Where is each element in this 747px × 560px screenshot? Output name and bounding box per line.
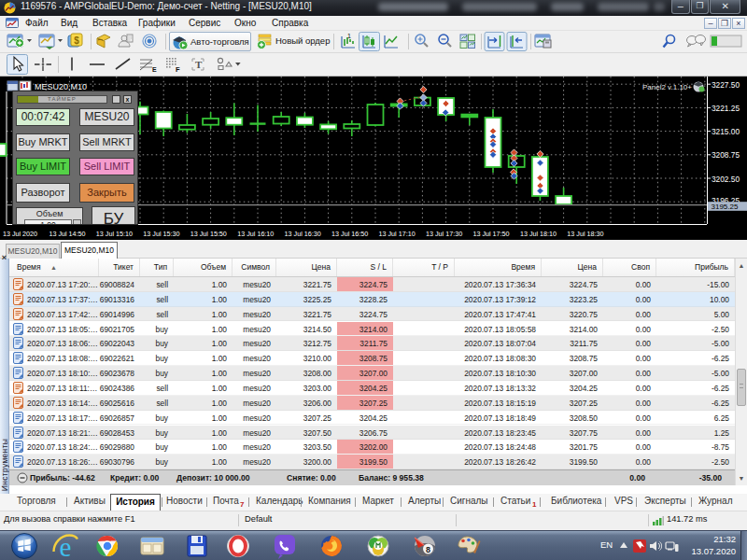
svg-text:1: 1 <box>347 33 351 39</box>
svg-text:13 Jul 15:30: 13 Jul 15:30 <box>143 230 179 238</box>
svg-text:3221.25: 3221.25 <box>712 104 740 113</box>
svg-text:13 Jul 17:50: 13 Jul 17:50 <box>472 230 509 238</box>
svg-text:3195.25: 3195.25 <box>712 203 739 211</box>
svg-text:13 Jul 18:30: 13 Jul 18:30 <box>567 230 603 238</box>
svg-text:8: 8 <box>426 545 430 554</box>
svg-text:13 Jul 17:10: 13 Jul 17:10 <box>379 230 416 238</box>
svg-text:13 Jul 16:10: 13 Jul 16:10 <box>237 230 274 238</box>
svg-text:13 Jul 16:30: 13 Jul 16:30 <box>285 230 321 238</box>
svg-text:T: T <box>195 59 203 70</box>
svg-text:E: E <box>152 66 157 73</box>
svg-text:13 Jul 15:10: 13 Jul 15:10 <box>96 230 133 238</box>
svg-text:3202.50: 3202.50 <box>712 175 740 184</box>
svg-text:13 Jul 16:50: 13 Jul 16:50 <box>331 230 368 238</box>
svg-text:13 Jul 14:50: 13 Jul 14:50 <box>49 230 85 238</box>
svg-text:13 Jul 17:30: 13 Jul 17:30 <box>426 230 462 238</box>
svg-text:3227.50: 3227.50 <box>712 80 740 90</box>
svg-text:Panel2 v.1.10+: Panel2 v.1.10+ <box>642 83 692 91</box>
svg-text:13 Jul 15:50: 13 Jul 15:50 <box>190 230 227 238</box>
svg-text:13 Jul 18:10: 13 Jul 18:10 <box>520 230 557 238</box>
svg-text:$: $ <box>74 35 79 46</box>
svg-text:3215.00: 3215.00 <box>712 127 740 136</box>
svg-text:F: F <box>176 65 180 74</box>
svg-text:3208.75: 3208.75 <box>712 150 740 160</box>
svg-text:13 Jul 2020: 13 Jul 2020 <box>3 230 37 238</box>
